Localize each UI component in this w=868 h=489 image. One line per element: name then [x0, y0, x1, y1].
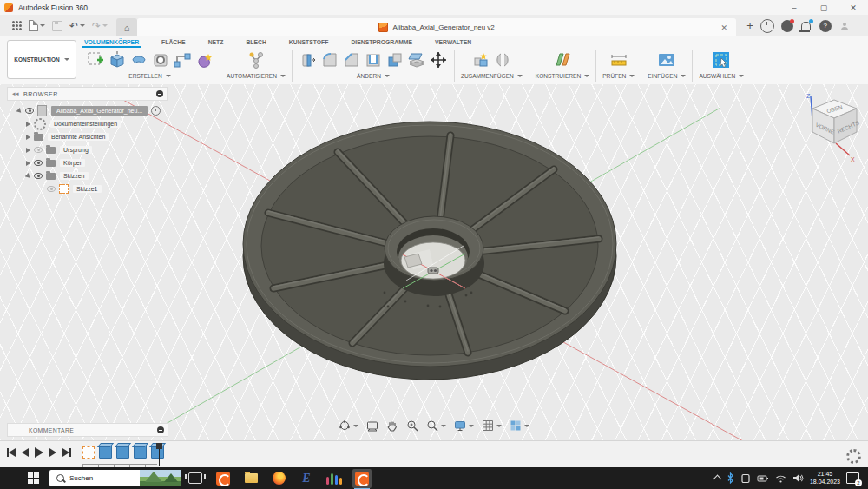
- grid-layout-button[interactable]: [482, 420, 502, 432]
- notification-center-icon[interactable]: 2: [846, 472, 859, 484]
- tab-flaeche[interactable]: FLÄCHE: [160, 36, 187, 48]
- clock[interactable]: 21:45 18.04.2023: [810, 471, 840, 486]
- media-app-icon[interactable]: [325, 469, 344, 488]
- insert-image-button[interactable]: [657, 50, 676, 69]
- timeline-extrude-feature[interactable]: [116, 446, 129, 459]
- viewport-canvas[interactable]: Z X OBEN VORNE RECHTS ◂◂ BROWSER Alibaba…: [0, 84, 868, 440]
- group-label-construct[interactable]: KONSTRUIEREN: [536, 73, 589, 79]
- job-status-icon[interactable]: [760, 19, 774, 33]
- document-tab[interactable]: Alibaba_Axial_Generator_neu v2 ✕: [137, 18, 736, 36]
- phone-link-icon[interactable]: [740, 473, 751, 484]
- browser-item-origin[interactable]: Ursprung: [7, 143, 168, 156]
- create-sketch-button[interactable]: [86, 50, 105, 69]
- new-tab-button[interactable]: +: [743, 18, 757, 34]
- browser-item-named-views[interactable]: Benannte Ansichten: [7, 130, 168, 143]
- go-to-start-button[interactable]: [7, 448, 16, 457]
- display-settings-button[interactable]: [454, 420, 474, 432]
- construction-plane-button[interactable]: [553, 50, 572, 69]
- combine-button[interactable]: [385, 50, 404, 69]
- chamfer-button[interactable]: [342, 50, 361, 69]
- group-label-assemble[interactable]: ZUSAMMENFÜGEN: [461, 73, 523, 79]
- browser-header[interactable]: ◂◂ BROWSER: [7, 87, 168, 101]
- press-pull-button[interactable]: [299, 50, 318, 69]
- tab-dienstprogramme[interactable]: DIENSTPROGRAMME: [349, 36, 414, 48]
- construction-mode-button[interactable]: KONSTRUKTION: [7, 40, 76, 79]
- bluetooth-icon[interactable]: [727, 472, 734, 484]
- file-explorer-icon[interactable]: [241, 469, 260, 488]
- timeline-sketch-feature[interactable]: [82, 446, 95, 459]
- taskbar-search[interactable]: Suchen: [49, 470, 181, 486]
- browser-item-document-settings[interactable]: Dokumenteinstellungen: [7, 117, 168, 130]
- save-button[interactable]: [49, 18, 66, 34]
- group-label-automate[interactable]: AUTOMATISIEREN: [227, 73, 286, 79]
- file-menu-button[interactable]: [25, 18, 49, 34]
- profile-avatar[interactable]: [838, 20, 851, 32]
- expand-icon[interactable]: [26, 148, 30, 153]
- group-label-select[interactable]: AUSWÄHLEN: [699, 73, 744, 79]
- timeline-playhead[interactable]: [159, 443, 160, 466]
- extension-manager-icon[interactable]: [781, 20, 793, 32]
- taskbar-fusion-icon-active[interactable]: [352, 469, 372, 488]
- extrude-button[interactable]: [108, 50, 127, 69]
- hidden-icons-chevron[interactable]: [713, 475, 722, 484]
- viewports-button[interactable]: [510, 420, 529, 432]
- tab-netz[interactable]: NETZ: [207, 36, 226, 48]
- redo-button[interactable]: ↷: [89, 18, 111, 34]
- group-label-create[interactable]: ERSTELLEN: [128, 73, 170, 79]
- automate-button[interactable]: [247, 50, 266, 69]
- step-back-button[interactable]: [22, 448, 29, 457]
- zoom-button[interactable]: [406, 420, 418, 432]
- expand-icon[interactable]: [26, 161, 30, 166]
- start-button[interactable]: [28, 472, 39, 484]
- notifications-bell-icon[interactable]: [800, 20, 812, 32]
- split-body-button[interactable]: [407, 50, 426, 69]
- tab-blech[interactable]: BLECH: [244, 36, 267, 48]
- form-button[interactable]: [194, 50, 214, 69]
- tab-verwalten[interactable]: VERWALTEN: [433, 36, 473, 48]
- activate-radio-icon[interactable]: [151, 106, 161, 116]
- move-copy-button[interactable]: [429, 50, 448, 69]
- expand-icon[interactable]: [16, 108, 23, 115]
- group-label-inspect[interactable]: PRÜFEN: [602, 73, 635, 79]
- browser-item-sketches[interactable]: Skizzen: [7, 169, 168, 182]
- shell-button[interactable]: [364, 50, 383, 69]
- timeline-extrude-feature[interactable]: [99, 446, 112, 459]
- joint-button[interactable]: [493, 50, 512, 69]
- visibility-eye-icon[interactable]: [25, 108, 34, 114]
- wifi-icon[interactable]: [775, 474, 786, 483]
- help-icon[interactable]: ?: [819, 20, 832, 32]
- e-app-icon[interactable]: E: [297, 469, 316, 488]
- task-view-button[interactable]: [186, 469, 205, 488]
- collapse-panel-icon[interactable]: ◂◂: [12, 90, 19, 97]
- visibility-eye-icon[interactable]: [47, 186, 56, 192]
- expand-icon[interactable]: [26, 122, 30, 127]
- hide-all-icon[interactable]: [156, 90, 163, 97]
- minimize-button[interactable]: –: [779, 3, 809, 12]
- timeline-extrude-feature[interactable]: [134, 446, 147, 459]
- expand-icon[interactable]: [26, 135, 30, 140]
- play-button[interactable]: [35, 447, 43, 458]
- group-label-modify[interactable]: ÄNDERN: [357, 73, 390, 79]
- home-tab[interactable]: ⌂: [116, 18, 137, 36]
- browser-item-root[interactable]: Alibaba_Axial_Generator_neu...: [7, 104, 168, 117]
- look-at-button[interactable]: [366, 420, 378, 432]
- taskbar-fusion-icon[interactable]: [214, 469, 233, 488]
- maximize-button[interactable]: ▢: [809, 3, 838, 12]
- tab-kunststoff[interactable]: KUNSTSTOFF: [287, 36, 331, 48]
- browser-item-bodies[interactable]: Körper: [7, 156, 168, 169]
- group-label-insert[interactable]: EINFÜGEN: [648, 73, 686, 79]
- pipe-button[interactable]: [173, 50, 192, 69]
- view-cube[interactable]: Z X OBEN VORNE RECHTS: [806, 93, 861, 162]
- tab-volumenkoerper[interactable]: VOLUMENKÖRPER: [82, 36, 141, 48]
- timeline-settings-gear-icon[interactable]: [846, 449, 861, 464]
- app-menu-button[interactable]: [0, 18, 25, 34]
- visibility-eye-icon[interactable]: [34, 173, 43, 179]
- visibility-eye-icon[interactable]: [34, 160, 43, 166]
- new-component-button[interactable]: [471, 50, 490, 69]
- measure-button[interactable]: [609, 50, 628, 69]
- fillet-button[interactable]: [320, 50, 339, 69]
- hole-button[interactable]: [151, 50, 170, 69]
- orbit-button[interactable]: [339, 420, 358, 432]
- visibility-eye-icon[interactable]: [34, 147, 43, 153]
- undo-button[interactable]: ↶: [66, 18, 89, 34]
